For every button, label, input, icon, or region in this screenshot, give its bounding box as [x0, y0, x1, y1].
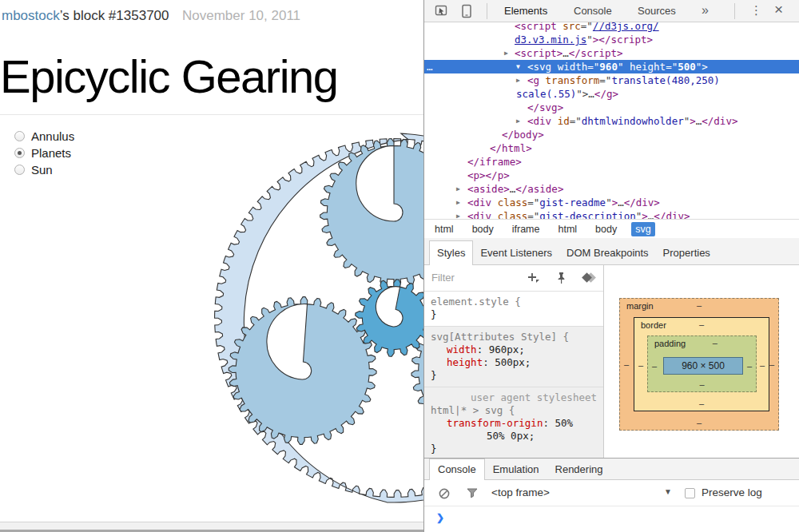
block-page: mbostock’s block #1353700 November 10, 2… — [0, 0, 423, 532]
expand-arrow-icon[interactable]: ▶ — [504, 46, 508, 60]
radio-circle[interactable] — [14, 131, 25, 141]
console-prompt[interactable]: ❯ — [424, 506, 799, 532]
box-model-content[interactable]: 960 × 500 — [663, 357, 743, 375]
panel-tab-console[interactable]: Console — [574, 5, 612, 17]
margin-right-value[interactable]: – — [769, 359, 774, 369]
radio-label: Planets — [31, 146, 71, 160]
sidebar-tab-styles[interactable]: Styles — [429, 240, 473, 265]
styles-filter-bar: Filter — [424, 265, 603, 292]
clear-console-icon[interactable] — [438, 487, 451, 502]
style-property[interactable]: height: 500px; — [424, 356, 603, 369]
style-selector[interactable]: element.style { — [424, 296, 603, 308]
style-close-brace: } — [424, 369, 603, 382]
margin-top-value[interactable]: – — [697, 300, 702, 310]
expand-arrow-icon[interactable]: ▼ — [516, 60, 520, 73]
border-left-value[interactable]: – — [638, 360, 643, 370]
box-model-border[interactable]: border – – – – padding – – – – 960 × 500 — [634, 317, 769, 411]
dom-tree-row[interactable]: </iframe> — [424, 155, 799, 169]
menu-dots-icon[interactable]: ⋮ — [750, 3, 762, 18]
computed-style-icon[interactable] — [581, 272, 597, 287]
border-top-value[interactable]: – — [699, 320, 704, 329]
breadcrumb-item-iframe[interactable]: iframe — [508, 222, 544, 236]
more-tabs-chevron[interactable]: » — [702, 3, 709, 18]
box-model-margin[interactable]: margin – – – – border – – – – padding – — [619, 298, 779, 431]
panel-tab-elements[interactable]: Elements — [504, 5, 547, 17]
style-selector[interactable]: svg[Attributes Style] { — [424, 331, 603, 343]
dom-tree-row[interactable]: scale(.55)">…</g> — [424, 87, 799, 101]
padding-bottom-value[interactable]: – — [699, 379, 704, 389]
dom-tree-row[interactable]: ▶<aside>…</aside> — [424, 182, 799, 196]
gearing-svg — [10, 118, 423, 518]
breadcrumb-item-svg[interactable]: svg — [631, 222, 654, 236]
border-label: border — [641, 320, 666, 330]
dom-tree-row[interactable]: ▶<div class="gist-description">…</div> — [424, 209, 799, 219]
close-icon[interactable]: × — [774, 1, 783, 18]
radio-option-sun[interactable]: Sun — [14, 161, 74, 178]
device-mode-icon[interactable] — [461, 4, 472, 21]
expand-arrow-icon[interactable]: ▶ — [516, 114, 520, 128]
expand-arrow-icon[interactable]: ▶ — [456, 182, 460, 196]
expand-arrow-icon[interactable]: ▶ — [516, 73, 520, 87]
padding-top-value[interactable]: – — [713, 338, 718, 347]
breadcrumb-item-body[interactable]: body — [468, 222, 498, 236]
row-gutter-dots[interactable]: … — [427, 60, 434, 73]
style-property[interactable]: transform-origin: 50% — [424, 417, 603, 430]
border-right-value[interactable]: – — [760, 360, 765, 370]
border-bottom-value[interactable]: – — [699, 399, 704, 408]
panel-tab-sources[interactable]: Sources — [638, 5, 676, 17]
radio-option-planets[interactable]: Planets — [14, 145, 74, 161]
filter-funnel-icon[interactable] — [466, 487, 479, 502]
reference-frame-controls: AnnulusPlanetsSun — [14, 128, 74, 178]
preserve-log-label: Preserve log — [702, 486, 762, 498]
styles-wrap: Filter — [424, 265, 799, 458]
sidebar-tab-properties[interactable]: Properties — [656, 241, 718, 264]
drawer-tab-emulation[interactable]: Emulation — [485, 459, 547, 479]
new-style-rule-icon[interactable] — [527, 272, 541, 287]
dom-tree-row[interactable]: <script src="//d3js.org/ — [424, 22, 799, 33]
dom-tree-row[interactable]: d3.v3.min.js"></script> — [424, 33, 799, 46]
margin-bottom-value[interactable]: – — [697, 418, 702, 427]
dom-tree-row[interactable]: <p></p> — [424, 169, 799, 182]
dom-tree-row[interactable]: </html> — [424, 141, 799, 155]
breadcrumb-item-html[interactable]: html — [554, 222, 581, 236]
style-property-wrap: 50% 0px; — [424, 430, 603, 443]
styles-filter-input[interactable]: Filter — [431, 272, 455, 284]
radio-circle[interactable] — [14, 148, 25, 158]
inspect-element-icon[interactable] — [435, 4, 448, 20]
styles-sections: element.style {}svg[Attributes Style] {w… — [424, 292, 603, 458]
breadcrumb-item-body[interactable]: body — [591, 222, 621, 236]
dom-tree-row[interactable]: ▶<script>…</script> — [424, 46, 799, 60]
dom-tree-row[interactable]: …▼<svg width="960" height="500"> — [424, 60, 799, 73]
dom-tree-row[interactable]: </body> — [424, 128, 799, 141]
block-date: November 10, 2011 — [182, 8, 300, 24]
sidebar-tab-dom-breakpoints[interactable]: DOM Breakpoints — [559, 241, 656, 264]
style-close-brace: } — [424, 308, 603, 321]
style-selector[interactable]: html|* > svg { — [424, 404, 603, 417]
drawer-tab-console[interactable]: Console — [429, 459, 485, 480]
drawer-tab-rendering[interactable]: Rendering — [547, 459, 611, 479]
box-model-padding[interactable]: padding – – – – 960 × 500 — [647, 335, 757, 392]
dom-tree-row[interactable]: ▶<div id="dhtmlwindowholder">…</div> — [424, 114, 799, 128]
gear-figure-clip — [0, 118, 423, 522]
padding-label: padding — [654, 339, 686, 348]
frame-context-select[interactable]: <top frame> — [491, 486, 550, 498]
padding-right-value[interactable]: – — [747, 361, 752, 371]
dom-tree-row[interactable]: ▶<g transform="translate(480,250) — [424, 73, 799, 87]
margin-label: margin — [626, 301, 654, 311]
radio-circle[interactable] — [14, 165, 25, 175]
pin-icon[interactable] — [555, 272, 567, 287]
margin-left-value[interactable]: – — [624, 359, 629, 369]
frame-select-arrow[interactable]: ▼ — [664, 487, 672, 496]
breadcrumb-item-html[interactable]: html — [431, 222, 458, 236]
sidebar-tab-event-listeners[interactable]: Event Listeners — [473, 241, 559, 264]
expand-arrow-icon[interactable]: ▶ — [456, 209, 460, 219]
style-property[interactable]: width: 960px; — [424, 343, 603, 356]
devtools-toolbar: ElementsConsoleSources » ⋮ × — [424, 0, 799, 22]
expand-arrow-icon[interactable]: ▶ — [456, 196, 460, 209]
preserve-log-checkbox[interactable] — [685, 488, 695, 498]
dom-tree-row[interactable]: ▶<div class="gist-readme">…</div> — [424, 196, 799, 209]
radio-option-annulus[interactable]: Annulus — [14, 128, 74, 145]
padding-left-value[interactable]: – — [652, 361, 657, 371]
owner-link[interactable]: mbostock — [2, 8, 60, 23]
dom-tree-row[interactable]: </svg> — [424, 101, 799, 114]
